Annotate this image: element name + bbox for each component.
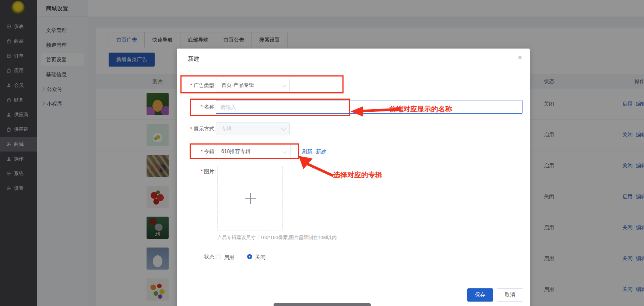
image-upload-box[interactable] [217, 165, 283, 231]
status-radio-enabled[interactable] [216, 254, 221, 259]
annotation-name-note: 前端对应显示的名称 [389, 104, 452, 114]
status-radio-disabled-label[interactable]: 关闭 [255, 254, 265, 260]
status-radio-enabled-label[interactable]: 启用 [224, 254, 234, 260]
plus-icon [245, 193, 256, 204]
bottom-taskbar-pill [274, 303, 371, 306]
cancel-button[interactable]: 取消 [497, 288, 523, 302]
annotation-box-album [190, 143, 299, 159]
chevron-down-icon [281, 126, 286, 131]
display-mode-value: 专辑 [221, 125, 232, 132]
display-mode-label: 展示方式 [183, 122, 216, 135]
save-button[interactable]: 保存 [467, 288, 493, 302]
annotation-box-name [190, 99, 350, 116]
annotation-album-note: 选择对应的专辑 [333, 170, 382, 180]
close-icon[interactable]: × [515, 53, 524, 62]
status-label: 状态 [183, 254, 216, 260]
status-radio-disabled[interactable] [247, 254, 252, 259]
modal-title: 新建 [188, 55, 200, 63]
display-mode-select[interactable]: 专辑 [216, 122, 290, 135]
image-label: 图片 [183, 165, 216, 178]
annotation-arrow-diagonal [296, 154, 339, 177]
annotation-box-ad-type [180, 75, 344, 93]
app-screen: 仪表 商品 订单 应用 会员 财务 供应商 供应链 商城 操作 系统 设置 商城… [0, 0, 644, 306]
upload-hint: 产品专辑建议尺寸：160*160像素,图片需限制在10M以内 [217, 234, 337, 241]
